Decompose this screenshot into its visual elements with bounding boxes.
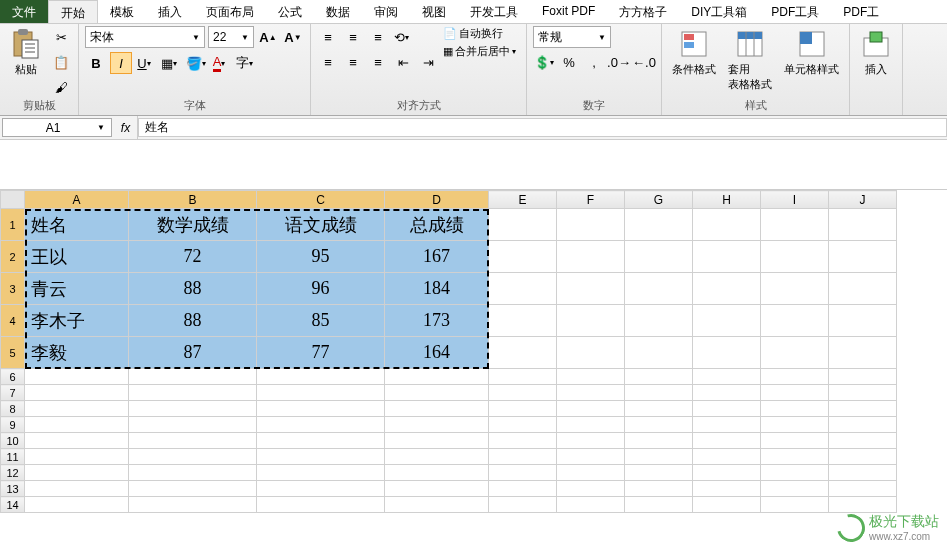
- cell-I9[interactable]: [761, 417, 829, 433]
- tab-review[interactable]: 审阅: [362, 0, 410, 23]
- cell-E8[interactable]: [489, 401, 557, 417]
- cell-F1[interactable]: [557, 209, 625, 241]
- tab-insert[interactable]: 插入: [146, 0, 194, 23]
- col-header-F[interactable]: F: [557, 191, 625, 209]
- shrink-font-button[interactable]: A▼: [282, 26, 304, 48]
- cell-D4[interactable]: 173: [385, 305, 489, 337]
- cut-button[interactable]: ✂: [50, 26, 72, 48]
- cell-G9[interactable]: [625, 417, 693, 433]
- cell-I4[interactable]: [761, 305, 829, 337]
- cell-F9[interactable]: [557, 417, 625, 433]
- row-header-2[interactable]: 2: [1, 241, 25, 273]
- cell-H14[interactable]: [693, 497, 761, 513]
- align-middle-button[interactable]: ≡: [342, 26, 364, 48]
- cell-C9[interactable]: [257, 417, 385, 433]
- cell-I13[interactable]: [761, 481, 829, 497]
- phonetic-button[interactable]: 字▾: [235, 52, 257, 74]
- col-header-G[interactable]: G: [625, 191, 693, 209]
- align-left-button[interactable]: ≡: [317, 51, 339, 73]
- cell-B10[interactable]: [129, 433, 257, 449]
- cell-J4[interactable]: [829, 305, 897, 337]
- font-size-combo[interactable]: 22▼: [208, 26, 254, 48]
- align-center-button[interactable]: ≡: [342, 51, 364, 73]
- font-color-button[interactable]: A▾: [210, 52, 232, 74]
- percent-button[interactable]: %: [558, 51, 580, 73]
- format-painter-button[interactable]: 🖌: [50, 76, 72, 98]
- row-header-10[interactable]: 10: [1, 433, 25, 449]
- cell-B14[interactable]: [129, 497, 257, 513]
- tab-template[interactable]: 模板: [98, 0, 146, 23]
- cell-I12[interactable]: [761, 465, 829, 481]
- cell-B8[interactable]: [129, 401, 257, 417]
- cell-B4[interactable]: 88: [129, 305, 257, 337]
- cell-B5[interactable]: 87: [129, 337, 257, 369]
- cell-A13[interactable]: [25, 481, 129, 497]
- cell-J7[interactable]: [829, 385, 897, 401]
- cell-F14[interactable]: [557, 497, 625, 513]
- cell-B12[interactable]: [129, 465, 257, 481]
- align-right-button[interactable]: ≡: [367, 51, 389, 73]
- cell-A11[interactable]: [25, 449, 129, 465]
- currency-button[interactable]: 💲▾: [533, 51, 555, 73]
- cell-B13[interactable]: [129, 481, 257, 497]
- cell-J8[interactable]: [829, 401, 897, 417]
- cell-F13[interactable]: [557, 481, 625, 497]
- select-all-corner[interactable]: [1, 191, 25, 209]
- number-format-combo[interactable]: 常规▼: [533, 26, 611, 48]
- cell-E6[interactable]: [489, 369, 557, 385]
- cond-format-button[interactable]: 条件格式: [668, 26, 720, 79]
- cell-I1[interactable]: [761, 209, 829, 241]
- cell-C11[interactable]: [257, 449, 385, 465]
- cell-J6[interactable]: [829, 369, 897, 385]
- cell-D14[interactable]: [385, 497, 489, 513]
- cell-B1[interactable]: 数学成绩: [129, 209, 257, 241]
- cell-C3[interactable]: 96: [257, 273, 385, 305]
- cell-E12[interactable]: [489, 465, 557, 481]
- cell-F6[interactable]: [557, 369, 625, 385]
- fill-color-button[interactable]: 🪣▾: [185, 52, 207, 74]
- cell-I5[interactable]: [761, 337, 829, 369]
- italic-button[interactable]: I: [110, 52, 132, 74]
- cell-A1[interactable]: 姓名: [25, 209, 129, 241]
- cell-E2[interactable]: [489, 241, 557, 273]
- indent-dec-button[interactable]: ⇤: [392, 51, 414, 73]
- cell-E13[interactable]: [489, 481, 557, 497]
- tab-file[interactable]: 文件: [0, 0, 48, 23]
- tab-foxit[interactable]: Foxit PDF: [530, 0, 607, 23]
- name-box[interactable]: A1▼: [2, 118, 112, 137]
- cell-D7[interactable]: [385, 385, 489, 401]
- cell-F12[interactable]: [557, 465, 625, 481]
- cell-F11[interactable]: [557, 449, 625, 465]
- row-header-6[interactable]: 6: [1, 369, 25, 385]
- tab-home[interactable]: 开始: [48, 0, 98, 23]
- row-header-13[interactable]: 13: [1, 481, 25, 497]
- merge-center-button[interactable]: ▦合并后居中▾: [443, 44, 520, 59]
- cell-H2[interactable]: [693, 241, 761, 273]
- col-header-H[interactable]: H: [693, 191, 761, 209]
- col-header-B[interactable]: B: [129, 191, 257, 209]
- cell-B2[interactable]: 72: [129, 241, 257, 273]
- cell-C2[interactable]: 95: [257, 241, 385, 273]
- bold-button[interactable]: B: [85, 52, 107, 74]
- col-header-I[interactable]: I: [761, 191, 829, 209]
- tab-view[interactable]: 视图: [410, 0, 458, 23]
- row-header-12[interactable]: 12: [1, 465, 25, 481]
- cell-D6[interactable]: [385, 369, 489, 385]
- orientation-button[interactable]: ⟲▾: [392, 26, 414, 48]
- cell-G10[interactable]: [625, 433, 693, 449]
- cell-A10[interactable]: [25, 433, 129, 449]
- cell-A8[interactable]: [25, 401, 129, 417]
- cell-D1[interactable]: 总成绩: [385, 209, 489, 241]
- cell-D12[interactable]: [385, 465, 489, 481]
- cell-G8[interactable]: [625, 401, 693, 417]
- cell-A5[interactable]: 李毅: [25, 337, 129, 369]
- cell-A3[interactable]: 青云: [25, 273, 129, 305]
- row-header-1[interactable]: 1: [1, 209, 25, 241]
- cell-A14[interactable]: [25, 497, 129, 513]
- cell-G7[interactable]: [625, 385, 693, 401]
- cell-J10[interactable]: [829, 433, 897, 449]
- fx-button[interactable]: fx: [114, 116, 138, 139]
- cell-H4[interactable]: [693, 305, 761, 337]
- tab-diy[interactable]: DIY工具箱: [679, 0, 759, 23]
- cell-F10[interactable]: [557, 433, 625, 449]
